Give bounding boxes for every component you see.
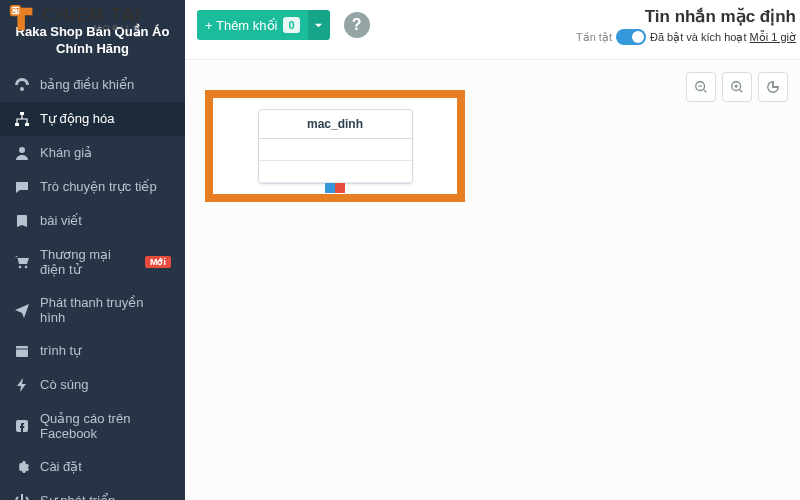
- block-ports: [325, 183, 345, 193]
- sidebar-item-label: Trò chuyện trực tiếp: [40, 179, 157, 194]
- svg-text:CT: CT: [11, 7, 20, 14]
- sidebar-item-automation[interactable]: Tự động hóa: [0, 102, 185, 136]
- svg-rect-2: [20, 112, 24, 115]
- help-label: ?: [352, 16, 362, 34]
- add-block-group: + Thêm khối 0: [197, 10, 330, 40]
- sidebar-item-label: Tự động hóa: [40, 111, 115, 126]
- user-icon: [14, 145, 30, 161]
- sidebar-item-label: bảng điều khiển: [40, 77, 134, 92]
- sidebar-item-livechat[interactable]: Trò chuyện trực tiếp: [0, 170, 185, 204]
- svg-rect-8: [16, 346, 28, 357]
- status-line: Tần tật Đã bật và kích hoạt Mỗi 1 giờ: [576, 29, 796, 45]
- status-off-label: Tần tật: [576, 31, 612, 44]
- port-out-success[interactable]: [325, 183, 335, 193]
- bolt-icon: [14, 377, 30, 393]
- flow-canvas[interactable]: mac_dinh: [185, 60, 800, 500]
- sidebar-item-dashboard[interactable]: bảng điều khiển: [0, 68, 185, 102]
- block-row: [259, 139, 412, 161]
- book-icon: [14, 213, 30, 229]
- main-panel: + Thêm khối 0 ? Tin nhắn mặc định Tần tậ…: [185, 0, 800, 500]
- svg-rect-3: [15, 123, 19, 126]
- sidebar: Raka Shop Bán Quần Áo Chính Hãng bảng đi…: [0, 0, 185, 500]
- flow-block[interactable]: mac_dinh: [258, 109, 413, 184]
- new-badge: Mới: [145, 256, 171, 268]
- sidebar-item-audience[interactable]: Khán giả: [0, 136, 185, 170]
- sidebar-item-label: Thương mại điện tử: [40, 247, 135, 277]
- sidebar-item-trigger[interactable]: Cò súng: [0, 368, 185, 402]
- sidebar-item-ecommerce[interactable]: Thương mại điện tử Mới: [0, 238, 185, 286]
- svg-point-7: [25, 265, 28, 268]
- power-icon: [14, 493, 30, 500]
- status-rest: và kích hoạt: [683, 31, 749, 43]
- zoom-in-button[interactable]: [722, 72, 752, 102]
- pie-icon: [766, 80, 780, 94]
- cart-icon: [14, 254, 30, 270]
- block-title: mac_dinh: [259, 110, 412, 139]
- chevron-down-icon: [314, 21, 323, 30]
- zoom-in-icon: [730, 80, 744, 94]
- brand-name: CHIEM TAI: [42, 6, 142, 24]
- watermark-logo: CT CHIEM TAI MOBILE: [8, 4, 142, 34]
- zoom-out-button[interactable]: [686, 72, 716, 102]
- sidebar-item-label: bài viết: [40, 213, 82, 228]
- page-title: Tin nhắn mặc định: [576, 6, 796, 27]
- stats-button[interactable]: [758, 72, 788, 102]
- help-button[interactable]: ?: [344, 12, 370, 38]
- status-interval-link[interactable]: Mỗi 1 giờ: [750, 31, 796, 43]
- topbar: + Thêm khối 0 ? Tin nhắn mặc định Tần tậ…: [185, 0, 800, 60]
- block-row: [259, 161, 412, 183]
- add-block-label: + Thêm khối: [205, 18, 277, 33]
- facebook-icon: [14, 418, 30, 434]
- gear-icon: [14, 459, 30, 475]
- brand-sub: MOBILE: [42, 24, 142, 32]
- sidebar-item-label: Khán giả: [40, 145, 92, 160]
- svg-point-6: [19, 265, 22, 268]
- sidebar-item-posts[interactable]: bài viết: [0, 204, 185, 238]
- logo-mark: CT: [8, 4, 38, 34]
- sitemap-icon: [14, 111, 30, 127]
- add-block-button[interactable]: + Thêm khối 0: [197, 10, 308, 40]
- sidebar-item-facebook-ads[interactable]: Quảng cáo trên Facebook: [0, 402, 185, 450]
- sidebar-item-label: Quảng cáo trên Facebook: [40, 411, 171, 441]
- sidebar-item-label: trình tự: [40, 343, 81, 358]
- svg-point-5: [19, 147, 25, 153]
- sidebar-item-growth[interactable]: Sự phát triển: [0, 484, 185, 500]
- add-block-count: 0: [283, 17, 299, 33]
- sidebar-item-broadcast[interactable]: Phát thanh truyền hình: [0, 286, 185, 334]
- status-toggle[interactable]: [616, 29, 646, 45]
- send-icon: [14, 302, 30, 318]
- port-out-fail[interactable]: [335, 183, 345, 193]
- sidebar-item-label: Sự phát triển: [40, 493, 115, 500]
- sidebar-item-settings[interactable]: Cài đặt: [0, 450, 185, 484]
- canvas-controls: [686, 72, 788, 102]
- selection-frame: mac_dinh: [205, 90, 465, 202]
- zoom-out-icon: [694, 80, 708, 94]
- sidebar-item-label: Phát thanh truyền hình: [40, 295, 171, 325]
- sidebar-item-label: Cò súng: [40, 377, 88, 392]
- chat-icon: [14, 179, 30, 195]
- dashboard-icon: [14, 77, 30, 93]
- sidebar-item-label: Cài đặt: [40, 459, 82, 474]
- svg-rect-4: [25, 123, 29, 126]
- sidebar-item-sequence[interactable]: trình tự: [0, 334, 185, 368]
- status-on-label: Đã bật: [650, 31, 683, 43]
- header-right: Tin nhắn mặc định Tần tật Đã bật và kích…: [576, 6, 796, 45]
- add-block-dropdown[interactable]: [308, 10, 330, 40]
- calendar-icon: [14, 343, 30, 359]
